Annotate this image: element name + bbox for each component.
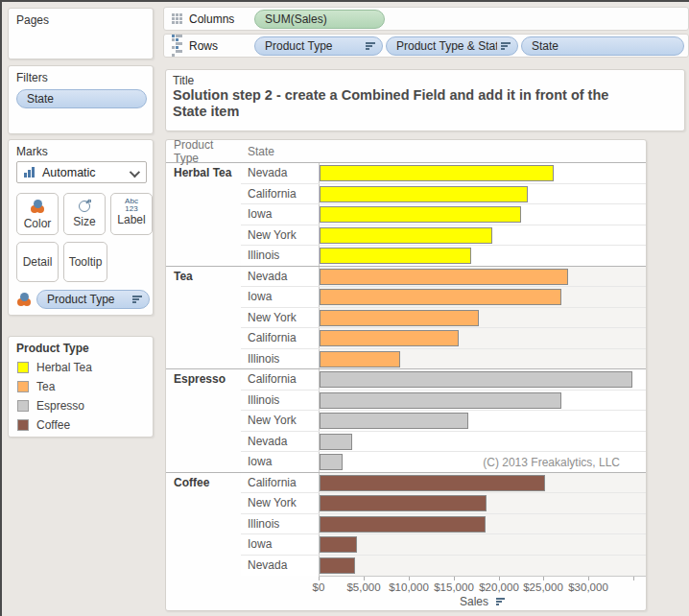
x-axis: $0$5,000$10,000$15,000$20,000$25,000$30,… xyxy=(319,576,646,611)
sort-descending-icon[interactable] xyxy=(366,42,375,50)
mark-type-dropdown[interactable]: Automatic xyxy=(16,161,147,183)
state-label: Iowa xyxy=(241,534,319,555)
label-button-label: Label xyxy=(111,213,152,226)
table-row: California xyxy=(241,369,646,391)
title-card[interactable]: Title Solution step 2 - create a Combine… xyxy=(165,69,685,131)
bar[interactable] xyxy=(320,454,343,470)
rows-icon xyxy=(172,35,182,57)
bar[interactable] xyxy=(320,495,487,511)
bar[interactable] xyxy=(320,351,400,367)
sort-descending-icon[interactable] xyxy=(496,598,505,605)
table-row: New York xyxy=(241,225,646,247)
bar[interactable] xyxy=(320,289,561,305)
table-row: Iowa xyxy=(241,204,646,225)
state-label: Illinois xyxy=(241,246,319,266)
axis-tick xyxy=(454,577,455,580)
bar[interactable] xyxy=(320,227,492,244)
tooltip-button[interactable]: Tooltip xyxy=(63,242,107,282)
worksheet-title-line2: State item xyxy=(166,104,684,120)
marks-card: Marks Automatic Color Size Abc 123 Label… xyxy=(8,139,154,316)
rows-pills: Product TypeProduct Type & State ..State xyxy=(254,36,684,56)
detail-button[interactable]: Detail xyxy=(16,242,59,282)
color-icon xyxy=(30,199,45,214)
filters-card-title: Filters xyxy=(9,66,153,84)
axis-tick xyxy=(319,577,320,580)
field-pill[interactable]: Product Type xyxy=(254,36,383,56)
marks-pill-host: Product Type xyxy=(36,290,150,309)
bar[interactable] xyxy=(320,330,459,346)
legend-title: Product Type xyxy=(9,337,153,355)
legend-items: Herbal TeaTeaEspressoCoffee xyxy=(9,355,153,435)
bar-cell xyxy=(319,287,646,307)
bar[interactable] xyxy=(320,557,355,574)
field-pill[interactable]: Product Type xyxy=(36,290,150,309)
state-label: Iowa xyxy=(241,204,319,225)
axis-tick xyxy=(633,577,634,580)
table-row: New York xyxy=(241,411,646,432)
bar[interactable] xyxy=(320,434,352,450)
chart-area: Product Type State Herbal TeaNevadaCalif… xyxy=(165,139,647,611)
product-type-label: Herbal Tea xyxy=(166,163,241,266)
legend-swatch xyxy=(17,362,29,373)
bar[interactable] xyxy=(320,206,521,223)
worksheet-title-line1: Solution step 2 - create a Combined Fiel… xyxy=(166,87,684,104)
copyright-annotation: (C) 2013 Freakalytics, LLC xyxy=(483,453,620,472)
columns-shelf-label: Columns xyxy=(189,12,234,26)
bar[interactable] xyxy=(320,371,632,388)
field-pill[interactable]: State xyxy=(521,36,684,56)
legend-item[interactable]: Coffee xyxy=(9,415,153,435)
axis-tick xyxy=(364,577,365,580)
state-label: New York xyxy=(241,225,319,246)
label-button[interactable]: Abc 123 Label xyxy=(110,193,153,235)
bar[interactable] xyxy=(320,392,561,409)
sort-descending-icon[interactable] xyxy=(501,42,511,50)
state-label: Nevada xyxy=(241,163,319,183)
bar[interactable] xyxy=(320,310,479,326)
bar-cell xyxy=(319,473,646,493)
bar-cell xyxy=(319,369,646,390)
product-type-label: Coffee xyxy=(166,473,241,577)
bar[interactable] xyxy=(320,536,357,553)
bar-cell xyxy=(319,246,646,266)
pages-card: Pages xyxy=(8,8,154,59)
pill-label: State xyxy=(532,39,677,53)
bar[interactable] xyxy=(320,165,554,181)
field-pill[interactable]: Product Type & State .. xyxy=(386,36,518,56)
legend-item[interactable]: Tea xyxy=(9,377,153,396)
table-row: Illinois xyxy=(241,349,646,369)
columns-shelf[interactable]: Columns SUM(Sales) xyxy=(163,7,689,31)
legend-swatch xyxy=(17,400,29,412)
size-button[interactable]: Size xyxy=(63,193,106,235)
table-row: Iowa xyxy=(241,534,646,556)
bar[interactable] xyxy=(320,413,468,429)
table-row: Nevada xyxy=(241,556,646,577)
field-pill[interactable]: SUM(Sales) xyxy=(254,10,385,29)
legend-item[interactable]: Espresso xyxy=(9,396,153,415)
color-legend-card: Product Type Herbal TeaTeaEspressoCoffee xyxy=(8,336,154,438)
bar[interactable] xyxy=(320,186,528,202)
bar[interactable] xyxy=(320,248,471,264)
bar-cell xyxy=(319,308,646,328)
bar[interactable] xyxy=(320,475,545,491)
bar[interactable] xyxy=(320,269,568,285)
legend-swatch xyxy=(17,419,29,431)
table-row: Nevada xyxy=(241,267,646,288)
state-label: New York xyxy=(241,411,319,431)
color-button[interactable]: Color xyxy=(16,193,59,235)
chevron-down-icon xyxy=(130,167,140,178)
bar-cell xyxy=(319,163,646,183)
field-pill[interactable]: State xyxy=(16,89,147,108)
sort-descending-icon[interactable] xyxy=(132,296,142,303)
bar-cell xyxy=(319,267,646,287)
axis-tick xyxy=(499,577,500,580)
table-row: California xyxy=(241,328,646,349)
bar[interactable] xyxy=(320,516,486,533)
rows-shelf[interactable]: Rows Product TypeProduct Type & State ..… xyxy=(163,34,689,58)
table-row: Illinois xyxy=(241,391,646,412)
tooltip-button-label: Tooltip xyxy=(69,255,103,269)
bar-cell xyxy=(319,184,646,204)
legend-item[interactable]: Herbal Tea xyxy=(9,358,153,377)
pages-card-title: Pages xyxy=(9,9,153,27)
table-row: New York xyxy=(241,493,646,514)
table-row: California xyxy=(241,184,646,205)
